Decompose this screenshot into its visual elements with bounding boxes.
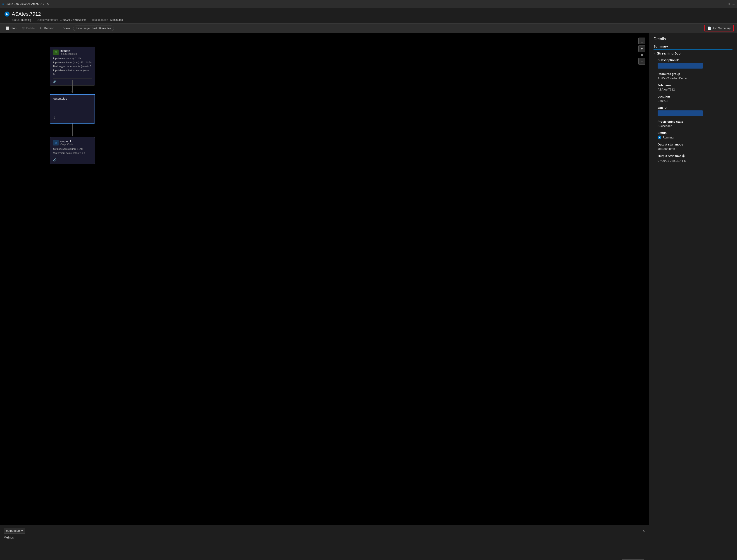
output-start-mode-label: Output start mode [658,143,732,146]
duration-label: Total duration [92,18,108,21]
close-tab-button[interactable]: × [47,2,49,6]
refresh-icon: ↻ [40,26,43,30]
output-node-type: OutputBlob [60,143,74,146]
subscription-id-label: Subscription ID [658,58,732,62]
output-stat-2: Watermark delay (latest): 0 s [53,151,92,155]
split-editor-icon[interactable]: ⊞ [727,2,730,6]
input-stat-4: Input deserialization errors (sum): 0 [53,69,92,76]
horizontal-scrollbar[interactable] [622,559,644,560]
time-range-button[interactable]: Time range : Last 30 minutes [73,26,114,31]
output-start-time-field: Output start time ⓘ 07/06/21 02:50:14 PM [658,154,732,162]
zoom-controls: ⊡ + − [638,38,645,65]
duration-value: 13 minutes [110,18,123,21]
input-node[interactable]: ⊞ inputeh InputEventHub Input events (su… [50,47,95,86]
input-node-header: ⊞ inputeh InputEventHub [53,49,92,55]
job-name: ASAtest7912 [12,11,41,17]
header-title-row: ▶ ASAtest7912 [5,11,732,17]
bottom-panel: outputblob ▾ ∧ Metrics [0,525,649,560]
output-stat-1: Output events (sum): 1148 [53,147,92,151]
status-running-indicator: ▶ Running [658,136,732,139]
stop-icon: ⬜ [5,26,9,30]
node-selector-dropdown[interactable]: outputblob ▾ [4,528,25,534]
output-node[interactable]: ⊟ outputblob OutputBlob Output events (s… [50,137,95,164]
window-actions: ⊞ ··· [727,2,735,6]
refresh-label: Refresh [44,26,54,30]
delete-icon: 🗑 [22,26,25,30]
stop-label: Stop [10,26,17,30]
output-node-footer: 🔗 [53,157,92,162]
toolbar: ⬜ Stop 🗑 Delete ↻ Refresh View Time rang… [0,24,737,33]
status-field: Status ▶ Running [658,131,732,139]
main-content: ⊡ + − ⊞ inputeh InputEventHub Input even… [0,33,737,560]
subscription-id-field: Subscription ID [658,58,732,69]
details-panel: Details Summary ∨ Streaming Job Subscrip… [649,33,737,560]
output-node-name: outputblob [60,140,74,143]
delete-button[interactable]: 🗑 Delete [20,25,37,31]
stop-button[interactable]: ⬜ Stop [3,25,19,31]
job-name-label: Job name [658,83,732,87]
input-stat-2: Input event bytes (sum): 511.2 kBs [53,61,92,65]
job-id-label: Job ID [658,106,732,110]
status-detail-label: Status [658,131,732,135]
canvas-area[interactable]: ⊡ + − ⊞ inputeh InputEventHub Input even… [0,33,649,560]
zoom-in-button[interactable]: + [638,45,645,52]
job-summary-label: Job Summary [713,26,731,30]
output-node-icon: ⊟ [53,140,59,145]
transform-node[interactable]: outputblob {} [50,94,95,124]
detail-fields: Subscription ID Resource group ASAVsCode… [653,58,732,162]
job-id-value [658,110,703,116]
transform-node-header: outputblob [53,97,91,100]
transform-node-footer: {} [53,114,91,119]
status-value: Running [21,18,31,21]
output-node-header: ⊟ outputblob OutputBlob [53,140,92,146]
input-stat-1: Input events (sum): 1149 [53,57,92,61]
watermark-meta: Output watermark 07/06/21 02:58:08 PM [36,18,86,21]
status-running-value: Running [663,136,673,139]
job-summary-button[interactable]: 📄 Job Summary [704,25,734,31]
streaming-job-label: Streaming Job [657,51,680,55]
output-link-icon: 🔗 [53,158,57,162]
output-start-mode-field: Output start mode JobStartTime [658,143,732,150]
job-status-icon: ▶ [5,12,10,17]
title-bar: ≡ Cloud Job View: ASAtest7912 × ⊞ ··· [0,0,737,8]
connector-1 [72,80,73,91]
output-start-time-value: 07/06/21 02:50:14 PM [658,159,732,162]
streaming-job-chevron: ∨ [653,52,656,55]
resource-group-field: Resource group ASAVsCodeToolDemo [658,72,732,80]
job-summary-icon: 📄 [708,26,711,30]
connector-2 [72,124,73,135]
refresh-button[interactable]: ↻ Refresh [38,25,57,31]
header-meta-row: Status Running Output watermark 07/06/21… [5,18,732,21]
diagram-container[interactable]: ⊡ + − ⊞ inputeh InputEventHub Input even… [0,33,649,525]
delete-label: Delete [26,26,35,30]
summary-section-label: Summary [653,45,732,50]
more-actions-icon[interactable]: ··· [732,2,735,6]
watermark-value: 07/06/21 02:58:08 PM [60,18,86,21]
streaming-job-header[interactable]: ∨ Streaming Job [653,51,732,55]
bottom-panel-header: outputblob ▾ ∧ [4,528,645,534]
tab-title: Cloud Job View: ASAtest7912 [5,2,45,6]
zoom-out-button[interactable]: − [638,58,645,65]
resource-group-label: Resource group [658,72,732,76]
metrics-label: Metrics [4,536,14,540]
location-label: Location [658,95,732,98]
input-link-icon: 🔗 [53,80,57,83]
provisioning-state-field: Provisioning state Succeeded [658,120,732,128]
transform-node-name: outputblob [53,97,67,100]
view-label: View [61,25,72,31]
input-node-type: InputEventHub [60,52,77,55]
time-range-label: Time range : Last 30 minutes [76,27,111,30]
arrow-1: ▼ [71,90,74,94]
output-start-mode-value: JobStartTime [658,147,732,150]
input-node-name: inputeh [60,49,77,52]
job-name-field: Job name ASAtest7912 [658,83,732,91]
subscription-id-value [658,63,703,69]
panel-collapse-button[interactable]: ∧ [642,529,645,533]
details-panel-title: Details [653,37,732,41]
fit-zoom-button[interactable]: ⊡ [638,38,645,44]
dropdown-value: outputblob [6,529,20,532]
provisioning-state-label: Provisioning state [658,120,732,123]
arrow-2: ▼ [71,133,74,137]
output-node-title-group: outputblob OutputBlob [60,140,74,146]
job-name-value: ASAtest7912 [658,88,732,91]
